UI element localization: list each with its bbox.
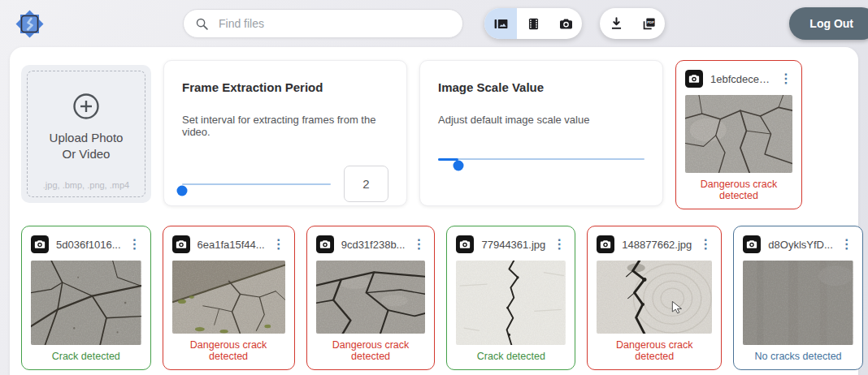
photo-type-icon bbox=[743, 235, 761, 253]
frame-extraction-card: Frame Extraction Period Set interval for… bbox=[163, 60, 407, 206]
log-out-button[interactable]: Log Out bbox=[789, 7, 868, 40]
gallery-view-button[interactable] bbox=[484, 8, 517, 39]
content-panel: Upload Photo Or Video .jpg, .bmp, .png, … bbox=[10, 47, 858, 375]
file-name: d8OyklsYfD... bbox=[768, 239, 832, 251]
top-bar: PDF Log Out bbox=[0, 0, 868, 47]
slider-thumb[interactable] bbox=[177, 185, 188, 196]
pdf-icon: PDF bbox=[641, 16, 657, 32]
search-bar[interactable] bbox=[183, 9, 463, 38]
file-name: 6ea1fa15f44... bbox=[197, 239, 265, 251]
file-card[interactable]: 1ebfcdece2f... ⋮ bbox=[675, 60, 802, 209]
file-card[interactable]: 5d036f1016... ⋮ bbox=[21, 226, 151, 370]
export-pdf-button[interactable]: PDF bbox=[632, 8, 665, 39]
file-thumbnail[interactable] bbox=[316, 261, 426, 334]
file-card[interactable]: d8OyklsYfD... ⋮ No cracks detected bbox=[733, 226, 862, 370]
frame-extraction-description: Set interval for extracting frames from … bbox=[182, 114, 388, 138]
pdf-icon-label: PDF bbox=[647, 20, 654, 24]
download-button[interactable] bbox=[600, 8, 632, 39]
more-options-icon[interactable]: ⋮ bbox=[779, 72, 792, 85]
file-thumbnail[interactable] bbox=[597, 261, 712, 334]
photo-type-icon bbox=[31, 235, 49, 253]
photo-type-icon bbox=[316, 235, 334, 253]
more-options-icon[interactable]: ⋮ bbox=[272, 238, 285, 251]
frame-extraction-slider[interactable] bbox=[182, 179, 331, 190]
frame-extraction-value-input[interactable] bbox=[344, 166, 388, 202]
detection-status: Dangerous crack detected bbox=[316, 339, 426, 362]
detection-status: Dangerous crack detected bbox=[597, 339, 712, 362]
more-options-icon[interactable]: ⋮ bbox=[840, 238, 853, 251]
upload-label: Upload Photo Or Video bbox=[47, 130, 125, 163]
file-card[interactable]: 9cd31f238b... ⋮ bbox=[306, 226, 436, 370]
detection-status: Dangerous crack detected bbox=[172, 339, 285, 362]
more-options-icon[interactable]: ⋮ bbox=[412, 238, 425, 251]
add-circle-icon bbox=[72, 93, 100, 120]
file-name: 5d036f1016... bbox=[56, 239, 121, 251]
photo-type-icon bbox=[172, 235, 190, 253]
detection-status: No cracks detected bbox=[743, 351, 853, 362]
bottom-row: 5d036f1016... ⋮ bbox=[21, 226, 847, 370]
more-options-icon[interactable]: ⋮ bbox=[553, 238, 566, 251]
frame-extraction-title: Frame Extraction Period bbox=[182, 80, 388, 94]
image-scale-card: Image Scale Value Adjust default image s… bbox=[419, 60, 663, 206]
upload-dropzone[interactable]: Upload Photo Or Video .jpg, .bmp, .png, … bbox=[21, 65, 151, 203]
search-icon bbox=[195, 17, 209, 31]
camera-view-button[interactable] bbox=[549, 8, 582, 39]
camera-icon bbox=[558, 16, 574, 32]
more-options-icon[interactable]: ⋮ bbox=[128, 238, 141, 251]
gallery-icon bbox=[493, 16, 509, 32]
image-scale-title: Image Scale Value bbox=[438, 80, 644, 94]
file-card[interactable]: 77944361.jpg ⋮ Crack detected bbox=[446, 226, 575, 370]
image-scale-slider[interactable] bbox=[438, 153, 644, 165]
view-mode-toggle bbox=[484, 8, 582, 39]
search-input[interactable] bbox=[219, 17, 451, 30]
photo-type-icon bbox=[685, 70, 703, 88]
top-row: Upload Photo Or Video .jpg, .bmp, .png, … bbox=[21, 60, 847, 209]
video-view-button[interactable] bbox=[517, 8, 549, 39]
file-name: 9cd31f238b... bbox=[341, 239, 406, 251]
download-icon bbox=[609, 16, 624, 32]
photo-type-icon bbox=[597, 235, 614, 253]
file-card[interactable]: 6ea1fa15f44... ⋮ bbox=[163, 226, 295, 370]
file-name: 148877662.jpg bbox=[622, 239, 692, 251]
export-actions: PDF bbox=[600, 8, 665, 39]
file-thumbnail[interactable] bbox=[456, 261, 566, 345]
photo-type-icon bbox=[456, 235, 474, 253]
app-logo-icon[interactable] bbox=[15, 9, 45, 39]
upload-dropzone-inner: Upload Photo Or Video .jpg, .bmp, .png, … bbox=[27, 71, 145, 197]
detection-status: Crack detected bbox=[31, 351, 141, 362]
file-name: 1ebfcdece2f... bbox=[710, 73, 772, 85]
file-thumbnail[interactable] bbox=[172, 261, 285, 334]
file-card[interactable]: 148877662.jpg ⋮ bbox=[587, 226, 722, 370]
file-thumbnail[interactable] bbox=[685, 95, 792, 173]
file-name: 77944361.jpg bbox=[481, 239, 545, 251]
detection-status: Crack detected bbox=[456, 351, 566, 362]
more-options-icon[interactable]: ⋮ bbox=[699, 238, 712, 251]
film-icon bbox=[526, 16, 541, 32]
slider-thumb[interactable] bbox=[454, 161, 464, 171]
upload-formats: .jpg, .bmp, .png, .mp4 bbox=[43, 180, 129, 190]
file-thumbnail[interactable] bbox=[743, 261, 853, 345]
detection-status: Dangerous crack detected bbox=[685, 179, 792, 201]
image-scale-description: Adjust default image scale value bbox=[438, 114, 644, 126]
file-thumbnail[interactable] bbox=[31, 261, 141, 345]
